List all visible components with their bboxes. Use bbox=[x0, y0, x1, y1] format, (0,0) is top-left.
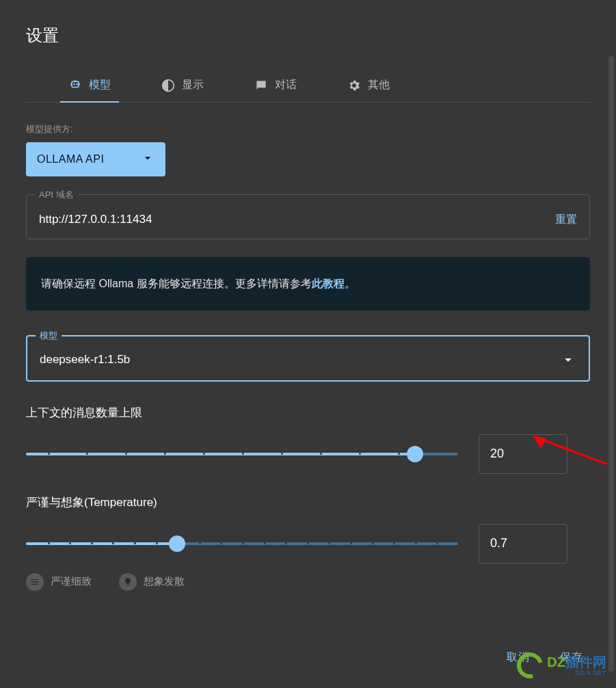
context-limit-value[interactable]: 20 bbox=[479, 434, 567, 474]
temperature-block: 严谨与想象(Temperature) 0.7 bbox=[26, 494, 590, 591]
info-banner: 请确保远程 Ollama 服务能够远程连接。更多详情请参考此教程。 bbox=[26, 257, 590, 310]
reset-button[interactable]: 重置 bbox=[555, 213, 577, 227]
tab-label: 其他 bbox=[368, 78, 390, 92]
chip-strict: 严谨细致 bbox=[26, 573, 92, 591]
slider-thumb[interactable] bbox=[407, 446, 423, 462]
banner-suffix: 。 bbox=[345, 278, 356, 289]
gear-icon bbox=[347, 79, 361, 92]
model-select[interactable]: 模型 deepseek-r1:1.5b bbox=[26, 335, 590, 382]
api-domain-input[interactable] bbox=[39, 213, 555, 226]
tabs-bar: 模型 显示 对话 其他 bbox=[26, 71, 590, 103]
save-button[interactable]: 保存 bbox=[553, 645, 590, 670]
dropdown-arrow-icon bbox=[560, 352, 576, 368]
tab-label: 显示 bbox=[182, 78, 204, 92]
list-icon bbox=[26, 573, 44, 591]
tab-model[interactable]: 模型 bbox=[64, 71, 115, 102]
api-domain-field[interactable]: API 域名 重置 bbox=[26, 194, 590, 239]
provider-select[interactable]: OLLAMA API bbox=[26, 142, 165, 176]
context-limit-slider[interactable] bbox=[26, 445, 458, 464]
temperature-title: 严谨与想象(Temperature) bbox=[26, 494, 590, 510]
bulb-icon bbox=[119, 573, 137, 591]
provider-label: 模型提供方: bbox=[26, 123, 590, 135]
chip-creative: 想象发散 bbox=[119, 573, 185, 591]
model-select-value: deepseek-r1:1.5b bbox=[40, 353, 560, 367]
model-select-label: 模型 bbox=[36, 330, 62, 342]
vertical-scrollbar[interactable] bbox=[608, 56, 614, 672]
cancel-button[interactable]: 取消 bbox=[500, 645, 537, 670]
dialog-footer: 取消 保存 bbox=[500, 645, 590, 670]
tab-label: 模型 bbox=[89, 78, 111, 92]
contrast-icon bbox=[161, 79, 175, 92]
slider-thumb[interactable] bbox=[169, 535, 185, 552]
robot-icon bbox=[68, 79, 82, 92]
settings-dialog: 设置 模型 显示 对话 其他 模型提供方: bbox=[0, 0, 616, 688]
tab-label: 对话 bbox=[275, 78, 297, 92]
dialog-title: 设置 bbox=[26, 25, 590, 47]
tab-chat[interactable]: 对话 bbox=[250, 71, 301, 102]
temperature-slider[interactable] bbox=[26, 534, 458, 553]
api-domain-label: API 域名 bbox=[35, 189, 78, 201]
temperature-value[interactable]: 0.7 bbox=[479, 524, 567, 564]
banner-text: 请确保远程 Ollama 服务能够远程连接。更多详情请参考 bbox=[41, 278, 312, 289]
tutorial-link[interactable]: 此教程 bbox=[312, 278, 345, 289]
context-limit-block: 上下文的消息数量上限 20 bbox=[26, 405, 590, 474]
context-limit-title: 上下文的消息数量上限 bbox=[26, 405, 590, 421]
tab-display[interactable]: 显示 bbox=[157, 71, 208, 102]
tab-other[interactable]: 其他 bbox=[343, 71, 394, 102]
provider-value: OLLAMA API bbox=[37, 153, 104, 166]
chevron-down-icon bbox=[141, 151, 155, 168]
chat-icon bbox=[254, 79, 268, 92]
